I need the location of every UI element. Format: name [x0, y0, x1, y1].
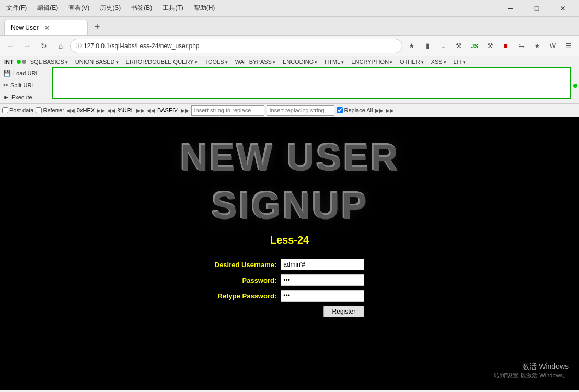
hackbar-url-input[interactable] — [52, 67, 571, 99]
security-icon[interactable]: ■ — [499, 39, 513, 53]
base64-arrow-left: ◀◀ — [147, 108, 155, 113]
hackbar-union-based[interactable]: UNION BASED — [72, 57, 122, 66]
referrer-check: Referrer — [36, 107, 64, 113]
password-row: Password: — [242, 274, 365, 286]
replace-arrow-right2: ▶▶ — [386, 108, 394, 113]
retype-password-row: Retype Password: — [218, 290, 365, 302]
password-label: Password: — [242, 276, 277, 284]
addressbar: ← → ↻ ⌂ ⓘ 127.0.0.1/sqli-labs/Less-24/ne… — [0, 36, 579, 56]
close-button[interactable]: ✕ — [551, 0, 575, 17]
hackbar-sidebar: 💾 Load URL ✂ Split URL ► Execute — [0, 67, 52, 103]
reload-button[interactable]: ↻ — [37, 39, 51, 53]
sync-icon[interactable]: ⇋ — [514, 39, 529, 53]
minimize-button[interactable]: ─ — [499, 0, 523, 17]
hackbar-right-dot — [573, 84, 577, 88]
forward-button[interactable]: → — [20, 39, 34, 53]
signup-title-line1: NEW USER — [180, 138, 399, 176]
split-url-label: Split URL — [10, 82, 34, 88]
back-button[interactable]: ← — [3, 39, 18, 53]
execute-label: Execute — [11, 94, 32, 100]
js-icon[interactable]: JS — [467, 39, 482, 53]
hex-arrow-right: ▶▶ — [97, 108, 105, 113]
replace-string-input[interactable] — [191, 105, 264, 116]
load-url-label: Load URL — [13, 70, 39, 76]
base64-arrow-right: ▶▶ — [181, 108, 189, 113]
url-arrow-left: ◀◀ — [107, 108, 115, 113]
hackbar-waf-bypass[interactable]: WAF BYPASS — [232, 57, 279, 66]
url-encode-label: %URL — [118, 107, 134, 113]
menu-file[interactable]: 文件(F) — [4, 3, 29, 14]
watermark-line2: 转到"设置"以激活 Windows。 — [494, 372, 569, 379]
bookmark-star-icon[interactable]: ★ — [404, 39, 419, 53]
maximize-button[interactable]: □ — [525, 0, 549, 17]
url-text: 127.0.0.1/sqli-labs/Less-24/new_user.php — [84, 42, 199, 50]
url-arrow-right: ▶▶ — [136, 108, 145, 113]
titlebar: 文件(F) 编辑(E) 查看(V) 历史(S) 书签(B) 工具(T) 帮助(H… — [0, 0, 579, 17]
menu-icon[interactable]: ☰ — [561, 39, 576, 53]
watermark-line1: 激活 Windows — [494, 362, 569, 372]
split-url-button[interactable]: ✂ Split URL — [0, 79, 52, 91]
puzzle-icon[interactable]: ⚒ — [483, 39, 497, 53]
menu-view[interactable]: 查看(V) — [66, 3, 91, 14]
username-input[interactable] — [281, 259, 364, 270]
titlebar-controls: ─ □ ✕ — [499, 0, 575, 17]
hackbar-other[interactable]: OTHER — [397, 57, 427, 66]
replacing-string-input[interactable] — [267, 105, 334, 116]
register-row: Register — [323, 306, 365, 317]
signup-form: Desired Username: Password: Retype Passw… — [215, 259, 365, 317]
browser-tab-new-user[interactable]: New User ✕ — [4, 20, 88, 35]
less-subtitle: Less-24 — [270, 234, 309, 246]
hackbar-tools[interactable]: TOOLS — [202, 57, 231, 66]
menu-edit[interactable]: 编辑(E) — [35, 3, 60, 14]
load-url-button[interactable]: 💾 Load URL — [0, 67, 52, 79]
hackbar-dot2 — [22, 60, 26, 64]
titlebar-menus: 文件(F) 编辑(E) 查看(V) 历史(S) 书签(B) 工具(T) 帮助(H… — [4, 3, 217, 14]
replace-all-label: Replace All — [344, 107, 373, 113]
hackbar-xss[interactable]: XSS — [428, 57, 449, 66]
download-icon[interactable]: ⇓ — [436, 39, 450, 53]
hackbar-encoding[interactable]: ENCODING — [280, 57, 320, 66]
menu-tools[interactable]: 工具(T) — [160, 3, 185, 14]
retype-password-input[interactable] — [281, 290, 364, 302]
replace-all-check: Replace All — [337, 107, 373, 113]
shield2-icon[interactable]: ★ — [530, 39, 545, 53]
toolbar-icons: ★ ▮ ⇓ ⚒ JS ⚒ ■ ⇋ ★ W ☰ — [404, 39, 576, 53]
hex-arrow-left: ◀◀ — [66, 108, 75, 113]
replace-arrow-right: ▶▶ — [375, 108, 384, 113]
browser-content: NEW USER SIGNUP Less-24 Desired Username… — [0, 117, 579, 390]
register-button[interactable]: Register — [323, 306, 365, 317]
tab-close-button[interactable]: ✕ — [43, 24, 51, 32]
hackbar-lfi[interactable]: LFI — [450, 57, 469, 66]
hackbar-encryption[interactable]: ENCRYPTION — [348, 57, 396, 66]
password-input[interactable] — [281, 274, 364, 286]
new-tab-button[interactable]: + — [90, 19, 105, 34]
windows-watermark: 激活 Windows 转到"设置"以激活 Windows。 — [494, 362, 569, 379]
wot-icon[interactable]: W — [546, 39, 560, 53]
load-url-icon: 💾 — [3, 70, 11, 77]
home-button[interactable]: ⌂ — [53, 39, 68, 53]
menu-bookmarks[interactable]: 书签(B) — [129, 3, 154, 14]
referrer-label: Referrer — [43, 107, 64, 113]
post-data-checkbox[interactable] — [2, 107, 8, 113]
execute-icon: ► — [3, 94, 9, 101]
referrer-checkbox[interactable] — [36, 107, 42, 113]
hackbar-int-label: INT — [2, 57, 16, 66]
base64-label: BASE64 — [157, 107, 179, 113]
hackbar-right-panel — [571, 67, 579, 103]
menu-history[interactable]: 历史(S) — [98, 3, 123, 14]
menu-help[interactable]: 帮助(H) — [192, 3, 217, 14]
execute-button[interactable]: ► Execute — [0, 91, 52, 103]
address-box[interactable]: ⓘ 127.0.0.1/sqli-labs/Less-24/new_user.p… — [70, 39, 402, 53]
hackbar-error-query[interactable]: ERROR/DOUBLE QUERY — [123, 57, 201, 66]
replace-all-checkbox[interactable] — [337, 107, 343, 113]
shield-icon[interactable]: ▮ — [420, 39, 435, 53]
lock-icon: ⓘ — [76, 42, 82, 50]
extensions-icon[interactable]: ⚒ — [451, 39, 466, 53]
post-data-label: Post data — [9, 107, 33, 113]
hackbar-html[interactable]: HTML — [321, 57, 347, 66]
hackbar-sql-basics[interactable]: SQL BASICS — [27, 57, 71, 66]
tabbar: New User ✕ + — [0, 17, 579, 36]
username-row: Desired Username: — [215, 259, 365, 270]
hackbar-status-dot — [17, 60, 21, 64]
split-url-icon: ✂ — [3, 82, 8, 89]
